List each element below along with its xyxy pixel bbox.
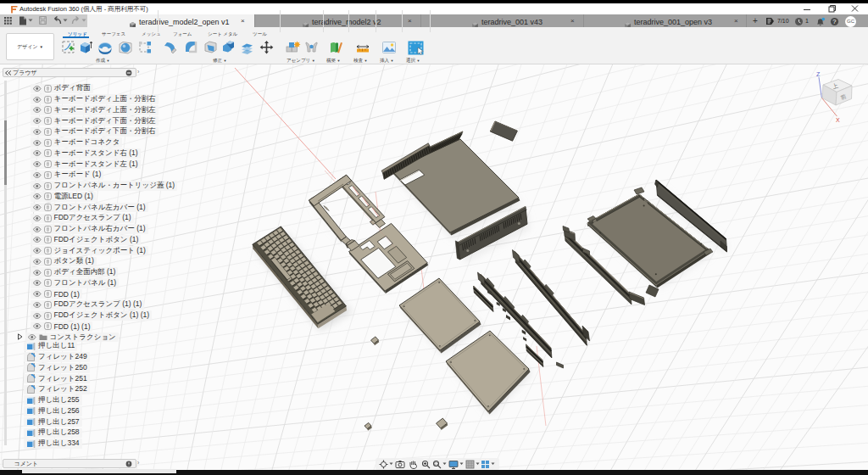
svg-text:X: X: [836, 117, 840, 123]
svg-text:?: ?: [832, 18, 836, 25]
svg-text:Z: Z: [816, 71, 821, 77]
